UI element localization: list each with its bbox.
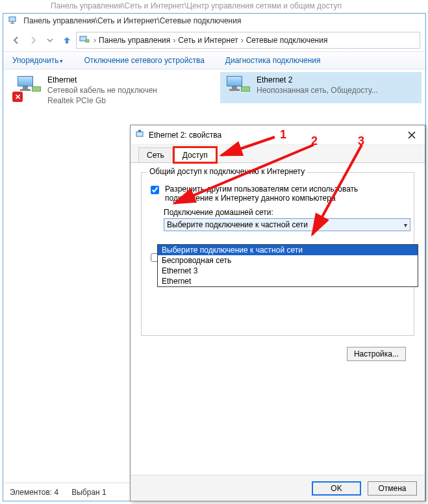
addressbar[interactable]: › Панель управления › Сеть и Интернет › … [76,32,420,49]
svg-rect-1 [12,21,13,23]
home-connection-combo[interactable]: Выберите подключение к частной сети ▾ [164,218,410,231]
chevron-right-icon: › [173,36,175,45]
network-connections-icon [8,16,19,26]
breadcrumb-net-internet[interactable]: Сеть и Интернет [178,36,238,45]
nic-icon [223,75,251,101]
dialog-titlebar: Ethernet 2: свойства [131,125,425,145]
home-connection-label: Подключение домашней сети: [164,208,407,217]
disconnected-x-icon: ✕ [12,92,23,102]
close-button[interactable] [403,128,421,142]
status-elements-count: Элементов: 4 [10,488,58,497]
combo-option[interactable]: Беспроводная сеть [158,255,418,266]
chevron-down-icon: ▾ [404,221,407,229]
breadcrumb-control-panel[interactable]: Панель управления [99,36,170,45]
allow-sharing-checkbox-row[interactable]: Разрешить другим пользователям сети испо… [148,184,407,203]
connection-status: Сетевой кабель не подключен [47,85,157,95]
chevron-right-icon: › [94,36,96,45]
dialog-body: Общий доступ к подключению к Интернету Р… [131,163,425,475]
connection-name: Ethernet 2 [257,75,378,85]
combo-option[interactable]: Ethernet 3 [158,266,418,276]
ok-button[interactable]: OK [312,481,361,496]
toolbar-diagnose[interactable]: Диагностика подключения [225,56,321,65]
nav-recent-button[interactable] [42,32,58,48]
connection-device: Realtek PCIe Gb [47,95,157,106]
connection-status: Неопознанная сеть, Общедосту... [257,85,378,95]
home-connection-dropdown[interactable]: Выберите подключение к частной сети Бесп… [157,244,418,287]
cancel-button[interactable]: Отмена [368,481,417,496]
close-icon [408,131,416,139]
combo-selected-value: Выберите подключение к частной сети [167,220,308,229]
tab-network[interactable]: Сеть [138,147,173,162]
ics-groupbox: Общий доступ к подключению к Интернету Р… [141,172,414,336]
combo-option[interactable]: Выберите подключение к частной сети [158,245,418,255]
connection-labels: Ethernet 2 Неопознанная сеть, Общедосту.… [257,75,378,101]
toolbar-disable-device[interactable]: Отключение сетевого устройства [84,56,204,65]
addressbar-icon [79,36,90,45]
toolbar-organize[interactable]: Упорядочить▾ [12,56,63,65]
combo-option[interactable]: Ethernet [158,276,418,286]
tab-sharing[interactable]: Доступ [174,147,216,162]
toolbar: Упорядочить▾ Отключение сетевого устройс… [3,51,425,69]
svg-rect-0 [9,17,16,21]
tabstrip: Сеть Доступ [131,145,425,163]
nav-up-button[interactable] [59,32,75,48]
ethernet-icon [134,129,145,141]
dialog-button-row: OK Отмена [131,475,425,501]
addressbar-row: › Панель управления › Сеть и Интернет › … [3,29,425,51]
chevron-down-icon: ▾ [60,58,63,64]
status-selected-count: Выбран 1 [71,488,106,497]
allow-sharing-label: Разрешить другим пользователям сети испо… [165,184,407,203]
connection-name: Ethernet [47,75,157,85]
svg-rect-5 [136,132,143,136]
svg-rect-6 [138,130,141,132]
allow-sharing-checkbox[interactable] [151,186,159,194]
properties-dialog: Ethernet 2: свойства Сеть Доступ Общий д… [130,125,425,501]
dialog-title-text: Ethernet 2: свойства [149,131,403,140]
nav-forward-button [25,32,41,48]
connection-item-ethernet[interactable]: ✕ Ethernet Сетевой кабель не подключен R… [11,72,212,108]
chevron-right-icon: › [241,36,244,45]
settings-button[interactable]: Настройка... [347,347,406,361]
window-title-text: Панель управления\Сеть и Интернет\Сетевы… [23,16,241,25]
connection-item-ethernet2[interactable]: Ethernet 2 Неопознанная сеть, Общедосту.… [220,72,422,103]
ghost-window-title: Панель управления\Сеть и Интернет\Центр … [0,0,428,13]
nic-icon: ✕ [14,75,42,101]
svg-rect-2 [10,23,14,24]
svg-rect-4 [86,40,89,42]
groupbox-legend: Общий доступ к подключению к Интернету [147,167,307,176]
breadcrumb-net-connections[interactable]: Сетевые подключения [246,36,328,45]
nav-back-button[interactable] [8,32,24,48]
connection-labels: Ethernet Сетевой кабель не подключен Rea… [47,75,157,106]
window-titlebar: Панель управления\Сеть и Интернет\Сетевы… [3,14,425,29]
